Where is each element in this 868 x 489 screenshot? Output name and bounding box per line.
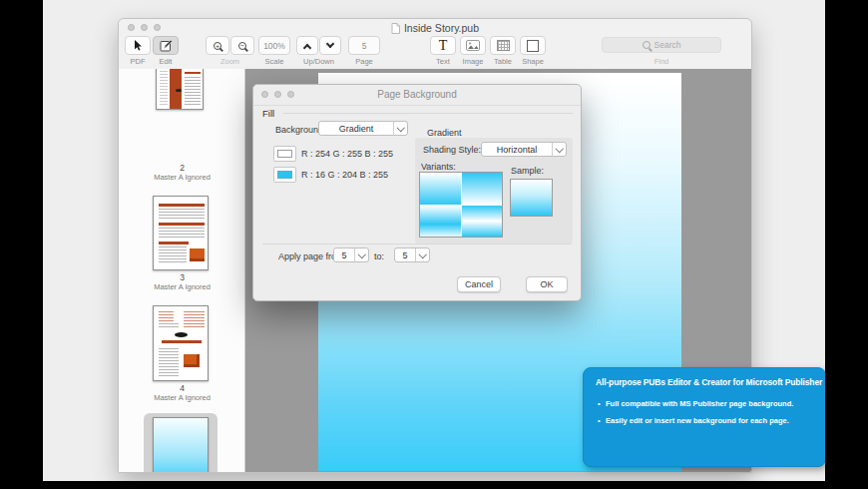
apply-to-dropdown[interactable]: 5 (394, 247, 430, 262)
page-number-field[interactable]: 5 (348, 36, 380, 55)
shape-icon (527, 40, 539, 52)
bullet-icon: • (598, 416, 601, 425)
thumbnail-art (159, 348, 179, 376)
callout-bullet-1: Full compatible with MS Publisher page b… (606, 399, 793, 408)
zoom-out-icon: − (238, 42, 246, 50)
toolbar-label-table: Table (490, 57, 516, 66)
window-title-row: Inside Story.pub (119, 21, 751, 35)
insert-table-button[interactable] (490, 36, 516, 55)
insert-shape-button[interactable] (520, 36, 546, 55)
toolbar-label-shape: Shape (520, 57, 546, 66)
toolbar-label-pdf: PDF (125, 57, 151, 66)
apply-to-label: to: (374, 251, 384, 261)
thumbnail-art (160, 71, 168, 107)
pages-sidebar: 2 Master A Ignored 3 Master A Ignored (119, 69, 245, 472)
page-thumbnail-4[interactable] (153, 305, 209, 381)
zoom-out-button[interactable]: − (230, 36, 254, 55)
variant-option-3[interactable] (420, 206, 461, 238)
zoom-in-button[interactable]: + (206, 36, 229, 55)
gradient-group-label: Gradient (427, 128, 462, 138)
screenshot-root: Inside Story.pub + − (0, 0, 868, 489)
fill-section-divider (283, 113, 573, 114)
variant-option-4[interactable] (462, 206, 503, 238)
shading-style-dropdown[interactable]: Horizontal (481, 142, 567, 157)
page-number: 2 (119, 163, 245, 173)
color1-rgb-label: R : 254 G : 255 B : 255 (301, 149, 393, 159)
toolbar-label-image: Image (460, 57, 486, 66)
color1-swatch-button[interactable] (273, 146, 296, 162)
scale-field[interactable]: 100% (258, 36, 290, 55)
cancel-button[interactable]: Cancel (457, 276, 501, 292)
thumbnail-art (175, 332, 188, 337)
apply-from-dropdown[interactable]: 5 (333, 247, 369, 262)
chevron-down-icon (393, 122, 407, 135)
color2-swatch (277, 171, 292, 179)
shading-style-value: Horizontal (482, 143, 552, 156)
edit-mode-button[interactable] (153, 36, 179, 55)
callout-title: All-purpose PUBs Editor & Creator for Mi… (596, 377, 822, 387)
color2-swatch-button[interactable] (273, 167, 296, 183)
page-up-button[interactable] (296, 36, 318, 55)
insert-image-button[interactable] (460, 36, 486, 55)
thumbnail-art (162, 340, 202, 343)
search-placeholder: Search (654, 40, 681, 50)
thumbnail-art (159, 323, 179, 329)
thumbnail-art (184, 311, 205, 329)
thumbnail-art (184, 354, 200, 367)
ok-button[interactable]: OK (526, 276, 568, 292)
document-icon (391, 23, 400, 34)
page-number: 4 (119, 383, 245, 393)
gradient-group-panel: Shading Style: Horizontal Variants: Samp… (415, 138, 573, 244)
thumbnail-art (159, 311, 174, 321)
promo-callout: All-purpose PUBs Editor & Creator for Mi… (583, 367, 825, 467)
thumbnail-art (159, 223, 205, 226)
chevron-down-icon (552, 143, 566, 156)
toolbar-label-scale: Scale (258, 57, 290, 66)
page-thumbnail-5[interactable] (153, 417, 209, 472)
fill-section-label: Fill (262, 108, 274, 119)
chevron-up-icon (303, 43, 311, 51)
thumbnail-art (159, 209, 205, 219)
thumbnail-art (159, 204, 205, 207)
thumbnail-art (159, 242, 189, 244)
sample-label: Sample: (511, 166, 544, 176)
chevron-down-icon (415, 248, 429, 261)
page-background-dialog: Page Background Fill Background: Gradien… (252, 84, 582, 301)
insert-text-button[interactable]: T (430, 36, 456, 55)
toolbar-label-page: Page (348, 57, 380, 66)
page-status: Master A Ignored (119, 393, 245, 402)
toolbar-label-zoom: Zoom (206, 57, 254, 66)
thumbnail-art (185, 77, 201, 105)
dialog-title: Page Background (253, 89, 581, 100)
page-down-button[interactable] (319, 36, 341, 55)
callout-bullet-2: Easily edit or insert new background for… (606, 416, 789, 425)
toolbar-label-edit: Edit (153, 57, 179, 66)
text-icon: T (439, 39, 448, 53)
thumbnail-art (190, 248, 205, 261)
apply-section-divider (262, 244, 572, 244)
table-icon (497, 40, 510, 51)
toolbar-label-updown: Up/Down (296, 57, 341, 66)
page-thumbnail-2[interactable] (156, 69, 204, 110)
variant-option-1[interactable] (420, 173, 461, 205)
thumbnail-art (176, 89, 182, 92)
pdf-mode-button[interactable] (125, 36, 151, 55)
gradient-variants-grid (419, 172, 503, 238)
color1-swatch (277, 150, 292, 158)
apply-to-value: 5 (395, 248, 415, 261)
window-titlebar: Inside Story.pub + − (119, 19, 751, 70)
search-input[interactable]: Search (602, 37, 721, 53)
background-dropdown[interactable]: Gradient (318, 121, 408, 136)
page-thumbnail-3[interactable] (153, 196, 209, 270)
thumbnail-art (159, 246, 187, 264)
chevron-down-icon (326, 40, 334, 48)
color2-rgb-label: R : 16 G : 204 B : 255 (301, 170, 388, 180)
toolbar-label-find: Find (602, 57, 721, 66)
chevron-down-icon (354, 248, 368, 261)
gradient-sample (510, 179, 553, 217)
variants-label: Variants: (421, 162, 456, 172)
toolbar-label-text: Text (430, 57, 456, 66)
variant-option-2[interactable] (462, 173, 503, 205)
page-number: 3 (119, 272, 245, 282)
desktop-background: Inside Story.pub + − (43, 0, 825, 481)
